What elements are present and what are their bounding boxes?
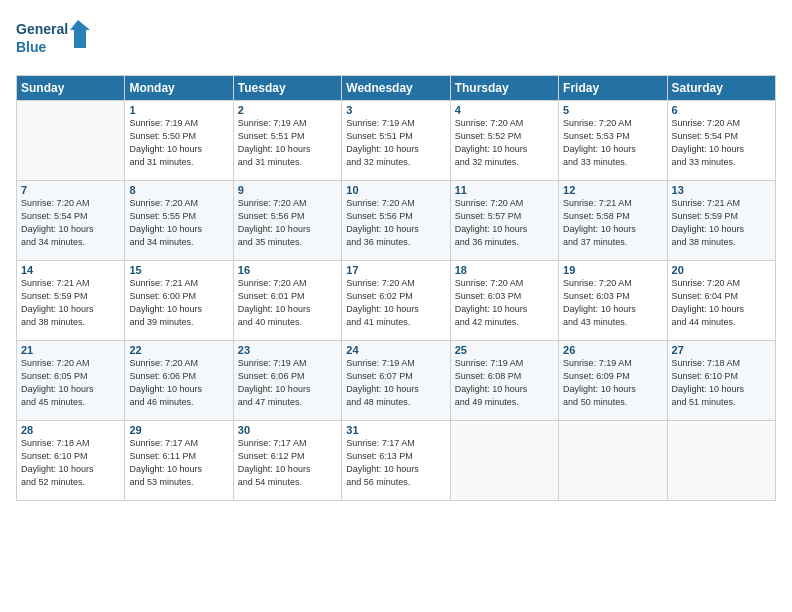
day-cell: 21Sunrise: 7:20 AM Sunset: 6:05 PM Dayli… [17,340,125,420]
day-number: 16 [238,264,337,276]
day-number: 1 [129,104,228,116]
calendar-table: SundayMondayTuesdayWednesdayThursdayFrid… [16,75,776,501]
day-number: 8 [129,184,228,196]
day-number: 22 [129,344,228,356]
day-number: 18 [455,264,554,276]
day-cell [667,420,775,500]
day-number: 25 [455,344,554,356]
day-info: Sunrise: 7:20 AM Sunset: 6:06 PM Dayligh… [129,357,228,409]
day-cell: 12Sunrise: 7:21 AM Sunset: 5:58 PM Dayli… [559,180,667,260]
day-number: 23 [238,344,337,356]
day-info: Sunrise: 7:19 AM Sunset: 5:51 PM Dayligh… [346,117,445,169]
day-number: 21 [21,344,120,356]
day-number: 7 [21,184,120,196]
day-info: Sunrise: 7:20 AM Sunset: 6:05 PM Dayligh… [21,357,120,409]
day-cell: 2Sunrise: 7:19 AM Sunset: 5:51 PM Daylig… [233,100,341,180]
day-cell [17,100,125,180]
week-row-1: 7Sunrise: 7:20 AM Sunset: 5:54 PM Daylig… [17,180,776,260]
day-cell [559,420,667,500]
day-info: Sunrise: 7:18 AM Sunset: 6:10 PM Dayligh… [672,357,771,409]
day-info: Sunrise: 7:20 AM Sunset: 5:53 PM Dayligh… [563,117,662,169]
day-number: 27 [672,344,771,356]
day-info: Sunrise: 7:17 AM Sunset: 6:12 PM Dayligh… [238,437,337,489]
day-cell: 9Sunrise: 7:20 AM Sunset: 5:56 PM Daylig… [233,180,341,260]
day-info: Sunrise: 7:20 AM Sunset: 5:52 PM Dayligh… [455,117,554,169]
day-number: 3 [346,104,445,116]
day-info: Sunrise: 7:21 AM Sunset: 5:58 PM Dayligh… [563,197,662,249]
day-number: 31 [346,424,445,436]
day-number: 4 [455,104,554,116]
day-info: Sunrise: 7:19 AM Sunset: 6:07 PM Dayligh… [346,357,445,409]
day-number: 10 [346,184,445,196]
day-info: Sunrise: 7:19 AM Sunset: 6:06 PM Dayligh… [238,357,337,409]
day-number: 17 [346,264,445,276]
day-cell: 26Sunrise: 7:19 AM Sunset: 6:09 PM Dayli… [559,340,667,420]
day-info: Sunrise: 7:19 AM Sunset: 5:50 PM Dayligh… [129,117,228,169]
week-row-4: 28Sunrise: 7:18 AM Sunset: 6:10 PM Dayli… [17,420,776,500]
header-cell-tuesday: Tuesday [233,75,341,100]
day-number: 24 [346,344,445,356]
header-cell-friday: Friday [559,75,667,100]
day-cell: 6Sunrise: 7:20 AM Sunset: 5:54 PM Daylig… [667,100,775,180]
day-info: Sunrise: 7:19 AM Sunset: 6:09 PM Dayligh… [563,357,662,409]
day-number: 20 [672,264,771,276]
day-number: 30 [238,424,337,436]
day-cell: 25Sunrise: 7:19 AM Sunset: 6:08 PM Dayli… [450,340,558,420]
day-cell [450,420,558,500]
svg-text:General: General [16,21,68,37]
day-number: 6 [672,104,771,116]
day-cell: 30Sunrise: 7:17 AM Sunset: 6:12 PM Dayli… [233,420,341,500]
day-cell: 23Sunrise: 7:19 AM Sunset: 6:06 PM Dayli… [233,340,341,420]
day-cell: 3Sunrise: 7:19 AM Sunset: 5:51 PM Daylig… [342,100,450,180]
day-cell: 13Sunrise: 7:21 AM Sunset: 5:59 PM Dayli… [667,180,775,260]
day-info: Sunrise: 7:18 AM Sunset: 6:10 PM Dayligh… [21,437,120,489]
day-info: Sunrise: 7:19 AM Sunset: 5:51 PM Dayligh… [238,117,337,169]
day-cell: 15Sunrise: 7:21 AM Sunset: 6:00 PM Dayli… [125,260,233,340]
day-info: Sunrise: 7:21 AM Sunset: 6:00 PM Dayligh… [129,277,228,329]
day-number: 26 [563,344,662,356]
day-cell: 8Sunrise: 7:20 AM Sunset: 5:55 PM Daylig… [125,180,233,260]
day-info: Sunrise: 7:20 AM Sunset: 6:03 PM Dayligh… [455,277,554,329]
day-info: Sunrise: 7:20 AM Sunset: 6:04 PM Dayligh… [672,277,771,329]
day-number: 28 [21,424,120,436]
day-number: 15 [129,264,228,276]
header-cell-sunday: Sunday [17,75,125,100]
header-cell-monday: Monday [125,75,233,100]
week-row-3: 21Sunrise: 7:20 AM Sunset: 6:05 PM Dayli… [17,340,776,420]
day-cell: 31Sunrise: 7:17 AM Sunset: 6:13 PM Dayli… [342,420,450,500]
day-number: 13 [672,184,771,196]
day-info: Sunrise: 7:20 AM Sunset: 6:01 PM Dayligh… [238,277,337,329]
day-info: Sunrise: 7:20 AM Sunset: 5:56 PM Dayligh… [238,197,337,249]
day-info: Sunrise: 7:20 AM Sunset: 5:54 PM Dayligh… [21,197,120,249]
day-cell: 4Sunrise: 7:20 AM Sunset: 5:52 PM Daylig… [450,100,558,180]
day-cell: 7Sunrise: 7:20 AM Sunset: 5:54 PM Daylig… [17,180,125,260]
header-cell-wednesday: Wednesday [342,75,450,100]
day-info: Sunrise: 7:20 AM Sunset: 6:02 PM Dayligh… [346,277,445,329]
day-cell: 27Sunrise: 7:18 AM Sunset: 6:10 PM Dayli… [667,340,775,420]
day-cell: 1Sunrise: 7:19 AM Sunset: 5:50 PM Daylig… [125,100,233,180]
day-cell: 14Sunrise: 7:21 AM Sunset: 5:59 PM Dayli… [17,260,125,340]
day-info: Sunrise: 7:17 AM Sunset: 6:13 PM Dayligh… [346,437,445,489]
day-cell: 11Sunrise: 7:20 AM Sunset: 5:57 PM Dayli… [450,180,558,260]
header-cell-thursday: Thursday [450,75,558,100]
day-cell: 17Sunrise: 7:20 AM Sunset: 6:02 PM Dayli… [342,260,450,340]
day-info: Sunrise: 7:20 AM Sunset: 5:54 PM Dayligh… [672,117,771,169]
day-number: 5 [563,104,662,116]
header-cell-saturday: Saturday [667,75,775,100]
day-info: Sunrise: 7:20 AM Sunset: 5:57 PM Dayligh… [455,197,554,249]
day-cell: 18Sunrise: 7:20 AM Sunset: 6:03 PM Dayli… [450,260,558,340]
calendar-page: General Blue SundayMondayTuesdayWednesda… [0,0,792,612]
week-row-2: 14Sunrise: 7:21 AM Sunset: 5:59 PM Dayli… [17,260,776,340]
day-number: 12 [563,184,662,196]
week-row-0: 1Sunrise: 7:19 AM Sunset: 5:50 PM Daylig… [17,100,776,180]
day-number: 2 [238,104,337,116]
day-cell: 22Sunrise: 7:20 AM Sunset: 6:06 PM Dayli… [125,340,233,420]
day-cell: 19Sunrise: 7:20 AM Sunset: 6:03 PM Dayli… [559,260,667,340]
svg-marker-2 [70,20,90,48]
day-cell: 16Sunrise: 7:20 AM Sunset: 6:01 PM Dayli… [233,260,341,340]
header: General Blue [16,16,776,65]
logo-text: General Blue [16,16,96,65]
day-cell: 28Sunrise: 7:18 AM Sunset: 6:10 PM Dayli… [17,420,125,500]
day-number: 29 [129,424,228,436]
day-cell: 5Sunrise: 7:20 AM Sunset: 5:53 PM Daylig… [559,100,667,180]
